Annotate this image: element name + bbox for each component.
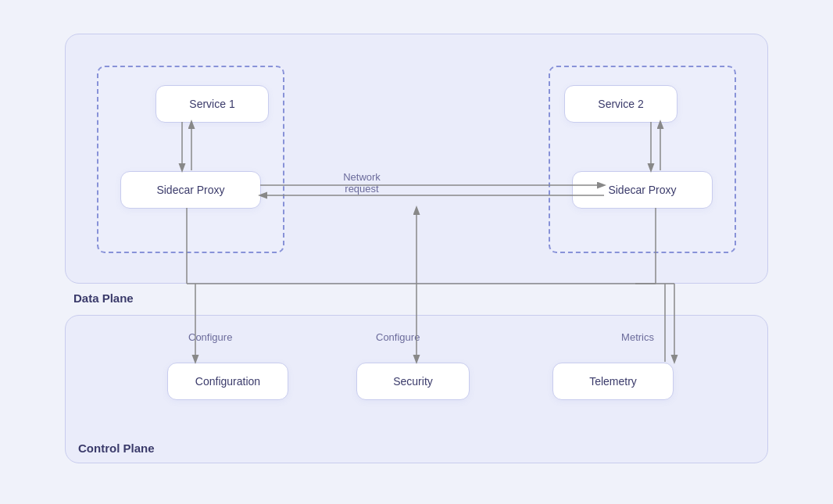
service1-node: Service 1 bbox=[156, 85, 269, 123]
configure-left-label: Configure bbox=[188, 331, 232, 343]
service2-node: Service 2 bbox=[564, 85, 677, 123]
security-node: Security bbox=[356, 363, 470, 400]
configuration-node: Configuration bbox=[167, 363, 288, 400]
metrics-label: Metrics bbox=[621, 331, 654, 343]
data-plane-box: Data Plane Service 1 Sidecar Proxy Servi… bbox=[65, 34, 768, 284]
network-request-label: Networkrequest bbox=[315, 171, 409, 195]
control-plane-label: Control Plane bbox=[78, 441, 155, 455]
sidecar-right-node: Sidecar Proxy bbox=[572, 171, 713, 209]
control-plane-box: Control Plane Configure Configure Metric… bbox=[65, 315, 768, 463]
data-plane-label: Data Plane bbox=[73, 291, 134, 305]
diagram-container: Data Plane Service 1 Sidecar Proxy Servi… bbox=[34, 18, 799, 487]
sidecar-left-node: Sidecar Proxy bbox=[120, 171, 261, 209]
configure-center-label: Configure bbox=[376, 331, 420, 343]
telemetry-node: Telemetry bbox=[552, 363, 674, 400]
